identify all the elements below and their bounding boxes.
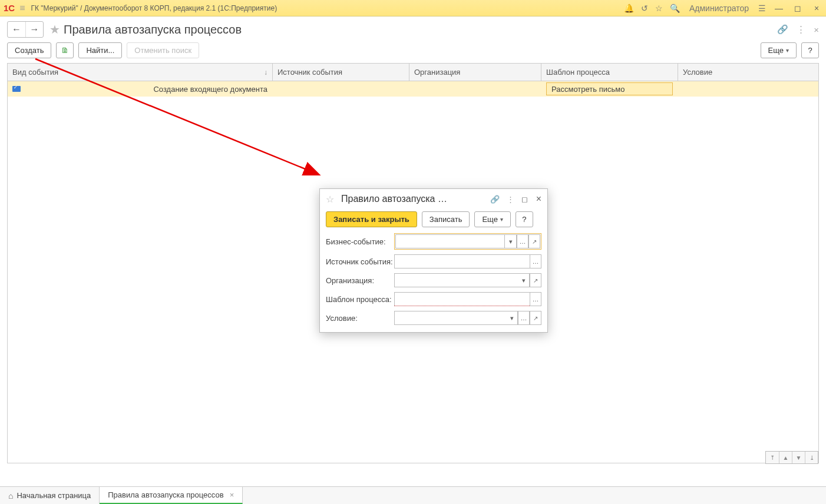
scroll-down-button[interactable]: ▼ [792,452,805,463]
cell-template: Рассмотреть письмо [541,81,678,97]
tab-home-label: Начальная страница [16,491,91,500]
toolbar: Создать 🗎 Найти... Отменить поиск Еще ? [7,42,819,58]
maximize-button[interactable]: ◻ [792,4,804,13]
label-template: Шаблон процесса: [326,295,394,304]
condition-dropdown-button[interactable]: ▾ [506,311,518,325]
create-button[interactable]: Создать [7,42,51,58]
col-source[interactable]: Источник события [273,64,409,81]
app-title: ГК "Меркурий" / Документооборот 8 КОРП, … [31,4,624,12]
bell-icon[interactable]: 🔔 [624,4,634,13]
row-type-icon [12,86,21,92]
dialog-help-button[interactable]: ? [516,211,533,227]
copy-button[interactable]: 🗎 [56,42,74,58]
org-dropdown-button[interactable]: ▾ [518,273,530,287]
help-button[interactable]: ? [801,42,819,58]
link-icon[interactable]: 🔗 [777,24,788,35]
find-button[interactable]: Найти... [78,42,122,58]
cell-org [409,81,541,97]
dialog-title: Правило автозапуска … [341,194,487,204]
current-user[interactable]: Администратор [689,4,749,13]
dialog-favorite-icon[interactable]: ☆ [326,194,334,205]
cell-event-type: Создание входящего документа [8,81,273,97]
app-logo: 1C [4,3,15,13]
copy-icon: 🗎 [61,46,69,55]
org-open-button[interactable]: ↗ [530,273,541,287]
biz-event-open-button[interactable]: ↗ [528,234,540,248]
cell-template-selected: Рассмотреть письмо [546,82,673,95]
page-header: ← → ★ Правила автозапуска процессов 🔗 ⋮ … [7,21,819,38]
label-biz-event: Бизнес-событие: [326,237,394,246]
input-template[interactable] [394,292,530,306]
dialog-form: Бизнес-событие: ▾ … ↗ Источник события: … [320,233,547,332]
history-icon[interactable]: ↺ [641,4,648,13]
page-menu-icon[interactable]: ⋮ [797,24,805,35]
condition-open-button[interactable]: ↗ [530,311,541,325]
input-condition[interactable] [394,311,506,325]
app-title-bar: 1C ≡ ГК "Меркурий" / Документооборот 8 К… [0,0,826,16]
app-header-icons: 🔔 ↺ ☆ 🔍 Администратор ☰ — ◻ × [624,4,822,13]
more-button[interactable]: Еще [761,42,797,58]
save-button[interactable]: Записать [422,211,470,227]
col-event-type[interactable]: Вид события ↓ [8,64,273,81]
grid-row[interactable]: Создание входящего документа Рассмотреть… [8,81,818,97]
scroll-bottom-button[interactable]: ⤓ [805,452,818,463]
input-org[interactable] [394,273,518,287]
tab-current[interactable]: Правила автозапуска процессов × [100,487,243,504]
sort-arrow-icon: ↓ [264,68,267,77]
cell-template-text: Рассмотреть письмо [551,85,625,94]
dialog-link-icon[interactable]: 🔗 [490,195,500,204]
label-org: Организация: [326,276,394,285]
tab-current-label: Правила автозапуска процессов [108,490,223,499]
cell-source [273,81,409,97]
home-icon [8,491,13,500]
grid-header: Вид события ↓ Источник события Организац… [8,64,818,81]
dialog-menu-icon[interactable]: ⋮ [507,195,514,204]
dialog-toolbar: Записать и закрыть Записать Еще ? [320,209,547,233]
dialog-maximize-icon[interactable]: ◻ [521,195,528,204]
col-event-type-label: Вид события [12,68,58,77]
cancel-search-button: Отменить поиск [127,42,199,58]
star-icon[interactable]: ☆ [655,4,663,13]
tab-home[interactable]: Начальная страница [0,487,100,504]
rule-dialog: ☆ Правило автозапуска … 🔗 ⋮ ◻ × Записать… [319,188,548,333]
minimize-button[interactable]: — [773,4,785,13]
label-condition: Условие: [326,314,394,323]
grid-scroll-buttons: ⤒ ▲ ▼ ⤓ [765,451,818,464]
input-biz-event[interactable] [395,234,505,248]
input-source[interactable] [394,254,530,268]
scroll-up-button[interactable]: ▲ [779,452,792,463]
condition-select-button[interactable]: … [518,311,530,325]
dialog-header: ☆ Правило автозапуска … 🔗 ⋮ ◻ × [320,189,547,209]
label-source: Источник события: [326,257,394,266]
biz-event-dropdown-button[interactable]: ▾ [505,234,517,248]
template-select-button[interactable]: … [530,292,541,306]
page-title: Правила автозапуска процессов [64,23,777,37]
close-window-button[interactable]: × [811,4,822,13]
cell-event-type-text: Создание входящего документа [153,85,267,94]
dialog-close-icon[interactable]: × [536,194,541,204]
page-close-icon[interactable]: × [814,25,819,35]
settings-icon[interactable]: ☰ [758,4,766,13]
search-icon[interactable]: 🔍 [670,4,680,13]
biz-event-select-button[interactable]: … [517,234,528,248]
bottom-tab-bar: Начальная страница Правила автозапуска п… [0,486,826,504]
scroll-top-button[interactable]: ⤒ [766,452,779,463]
source-select-button[interactable]: … [530,254,541,268]
nav-forward-button[interactable]: → [25,22,43,37]
nav-history: ← → [7,21,44,38]
col-template[interactable]: Шаблон процесса [541,64,678,81]
main-menu-icon[interactable]: ≡ [19,3,25,14]
cell-condition [678,81,818,97]
col-org[interactable]: Организация [409,64,541,81]
col-condition[interactable]: Условие [678,64,818,81]
favorite-icon[interactable]: ★ [49,22,60,37]
dialog-more-button[interactable]: Еще [474,211,510,227]
nav-back-button[interactable]: ← [8,22,25,37]
tab-close-icon[interactable]: × [230,490,234,499]
save-and-close-button[interactable]: Записать и закрыть [326,211,417,227]
